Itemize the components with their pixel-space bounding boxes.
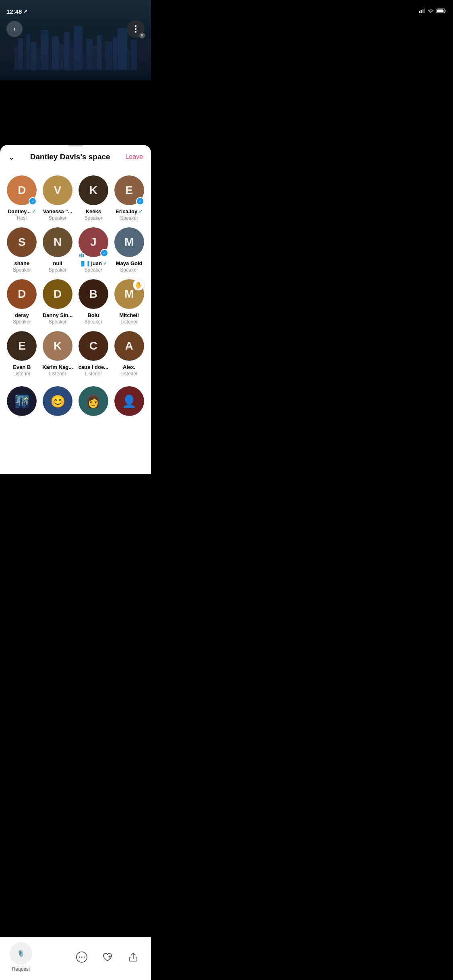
avatar-placeholder-null: N (43, 227, 72, 257)
avatar-wrapper-vanessa: V (43, 175, 72, 205)
participant-role-ericajoy: Speaker (120, 215, 138, 221)
avatar-img-deray: D (7, 279, 37, 309)
avatar-img-danny: D (43, 279, 72, 309)
participant-deray[interactable]: D deray Speaker (4, 276, 40, 328)
main-panel: ⌄ Dantley Davis's space Leave D ✓ Dantle… (0, 145, 151, 474)
avatar-placeholder-caus: C (79, 331, 108, 361)
participant-vanessa[interactable]: V Vanessa "... Speaker (40, 172, 76, 224)
participant-name-deray: deray (15, 312, 29, 318)
bottom-avatar-wrapper-0: 🌃 (7, 386, 37, 416)
bottom-avatar-img-0: 🌃 (7, 386, 37, 416)
avatar-img-mayagold: M (114, 227, 144, 257)
verified-badge: ✓ (136, 197, 144, 205)
audio-name-icon: ▐▌▐ (80, 261, 89, 266)
participant-caus[interactable]: C caus i doe... Listener (76, 328, 112, 380)
participant-role-juan: Speaker (85, 267, 103, 273)
participant-role-keeks: Speaker (85, 215, 103, 221)
participant-role-shane: Speaker (13, 267, 31, 273)
avatar-placeholder-evanb: E (7, 331, 37, 361)
participant-ericajoy[interactable]: E ✓ EricaJoy✓ Speaker (111, 172, 147, 224)
avatar-wrapper-ericajoy: E ✓ (114, 175, 144, 205)
avatar-wrapper-bolu: B (79, 279, 108, 309)
verified-badge: ✓ (29, 197, 37, 205)
participant-name-danny: Danny Sin... (43, 312, 72, 318)
participant-name-bolu: Bolu (87, 312, 99, 318)
status-time: 12:48 ↗ (6, 8, 27, 15)
avatar-img-bolu: B (79, 279, 108, 309)
back-button[interactable]: ‹ (6, 21, 23, 37)
participant-name-juan: ▐▌▐juan✓ (80, 260, 107, 266)
verified-badge: ✓ (100, 249, 108, 257)
avatar-wrapper-deray: D (7, 279, 37, 309)
participant-role-deray: Speaker (13, 319, 31, 325)
participant-bolu[interactable]: B Bolu Speaker (76, 276, 112, 328)
bottom-avatar-wrapper-3: 👤 (114, 386, 144, 416)
avatar-img-shane: S (7, 227, 37, 257)
participant-keeks[interactable]: K Keeks Speaker (76, 172, 112, 224)
time-display: 12:48 (6, 8, 22, 15)
leave-button[interactable]: Leave (125, 153, 143, 161)
participant-role-caus: Listener (85, 371, 102, 377)
avatar-img-alex: A (114, 331, 144, 361)
avatar-img-karim: K (43, 331, 72, 361)
participant-name-mitchell: Mitchell (119, 312, 139, 318)
participant-name-vanessa: Vanessa "... (43, 208, 72, 214)
participant-dantley[interactable]: D ✓ Dantley...✓ Host (4, 172, 40, 224)
avatar-img-keeks: K (79, 175, 108, 205)
bottom-avatar-wrapper-1: 😊 (43, 386, 72, 416)
participant-name-caus: caus i doe... (79, 364, 108, 370)
participant-role-evanb: Listener (13, 371, 31, 377)
avatar-wrapper-mayagold: M (114, 227, 144, 257)
status-bar: 12:48 ↗ (0, 0, 151, 18)
participant-name-evanb: Evan B (13, 364, 31, 370)
participant-role-alex: Listener (120, 371, 138, 377)
avatar-placeholder-deray: D (7, 279, 37, 309)
audio-bar-1 (79, 254, 81, 257)
participant-karim[interactable]: K Karim Nag... Listener (40, 328, 76, 380)
participant-juan[interactable]: J ✓ ▐▌▐juan✓ Speaker (76, 224, 112, 276)
audio-indicator (78, 253, 85, 258)
location-icon: ↗ (23, 8, 27, 14)
avatar-placeholder-mayagold: M (114, 227, 144, 257)
participant-evanb[interactable]: E Evan B Listener (4, 328, 40, 380)
avatar-wrapper-shane: S (7, 227, 37, 257)
bottom-avatar-img-1: 😊 (43, 386, 72, 416)
avatar-wrapper-caus: C (79, 331, 108, 361)
name-verified-icon: ✓ (103, 261, 107, 266)
participant-role-vanessa: Speaker (49, 215, 67, 221)
participant-role-mayagold: Speaker (120, 267, 138, 273)
collapse-button[interactable]: ⌄ (8, 152, 15, 162)
participant-role-danny: Speaker (49, 319, 67, 325)
bottom-avatar-placeholder-2: 👩 (79, 386, 108, 416)
avatar-placeholder-shane: S (7, 227, 37, 257)
avatar-placeholder-karim: K (43, 331, 72, 361)
bottom-avatar-placeholder-1: 😊 (43, 386, 72, 416)
avatar-img-evanb: E (7, 331, 37, 361)
bottom-partial-row: 🌃 😊 👩 👤 (0, 380, 151, 426)
participant-name-ericajoy: EricaJoy✓ (116, 208, 143, 214)
more-button[interactable]: ✕ (127, 20, 145, 38)
participant-null[interactable]: N null Speaker (40, 224, 76, 276)
participant-role-bolu: Speaker (85, 319, 103, 325)
bottom-participant-2[interactable]: 👩 (76, 383, 112, 422)
participant-shane[interactable]: S shane Speaker (4, 224, 40, 276)
avatar-wrapper-evanb: E (7, 331, 37, 361)
participant-role-karim: Listener (49, 371, 66, 377)
bottom-participant-3[interactable]: 👤 (111, 383, 147, 422)
avatar-img-caus: C (79, 331, 108, 361)
participant-danny[interactable]: D Danny Sin... Speaker (40, 276, 76, 328)
avatar-wrapper-mitchell: M ✋ (114, 279, 144, 309)
bottom-participant-1[interactable]: 😊 (40, 383, 76, 422)
participant-mitchell[interactable]: M ✋ Mitchell Listener (111, 276, 147, 328)
avatar-wrapper-keeks: K (79, 175, 108, 205)
participant-mayagold[interactable]: M Maya Gold Speaker (111, 224, 147, 276)
space-header: ⌄ Dantley Davis's space Leave (0, 146, 151, 166)
bottom-participant-0[interactable]: 🌃 (4, 383, 40, 422)
audio-bar-2 (81, 253, 82, 257)
avatar-placeholder-alex: A (114, 331, 144, 361)
participant-role-null: Speaker (49, 267, 67, 273)
participant-alex[interactable]: A Alex. Listener (111, 328, 147, 380)
avatar-wrapper-alex: A (114, 331, 144, 361)
audio-bar-3 (83, 254, 84, 257)
avatar-wrapper-dantley: D ✓ (7, 175, 37, 205)
